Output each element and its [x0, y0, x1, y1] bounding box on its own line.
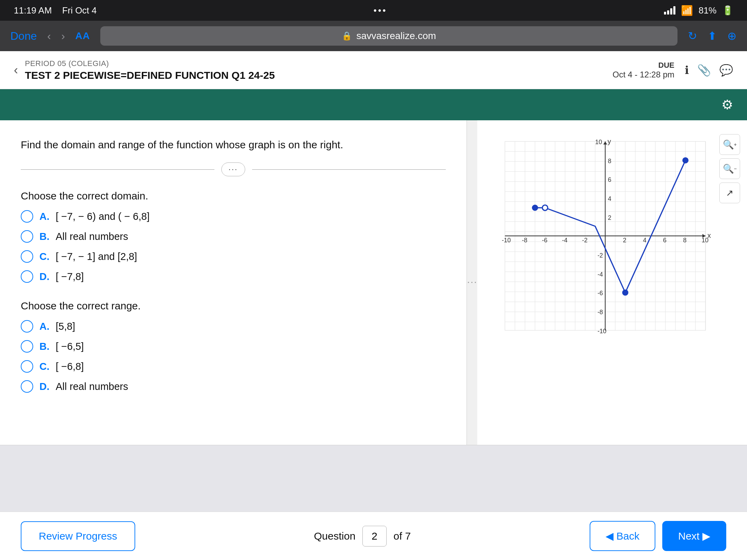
graph-container: x y -10 -8 -6 -4 -2 2 4 6 8 10 8 6 4 2 — [491, 138, 719, 338]
external-link-button[interactable]: ↗ — [719, 183, 740, 203]
range-option-d[interactable]: D. All real numbers — [21, 380, 446, 393]
svg-text:4: 4 — [608, 195, 611, 202]
svg-text:6: 6 — [663, 237, 666, 244]
attachment-button[interactable]: 📎 — [697, 64, 711, 77]
header-title-block: PERIOD 05 (COLEGIA) TEST 2 PIECEWISE=DEF… — [25, 59, 612, 81]
domain-option-c[interactable]: C. [ −7, − 1] and [2,8] — [21, 250, 446, 263]
svg-text:6: 6 — [608, 176, 611, 183]
domain-option-b[interactable]: B. All real numbers — [21, 230, 446, 243]
url-text: savvasrealize.com — [356, 30, 436, 41]
coordinate-graph: x y -10 -8 -6 -4 -2 2 4 6 8 10 8 6 4 2 — [491, 138, 719, 338]
zoom-in-button[interactable]: 🔍+ — [719, 134, 740, 155]
bookmark-button[interactable]: ⊕ — [727, 29, 737, 43]
handle-dots-icon: ⋮ — [467, 278, 478, 288]
range-option-c[interactable]: C. [ −6,8] — [21, 360, 446, 373]
domain-option-a[interactable]: A. [ −7, − 6) and ( − 6,8] — [21, 210, 446, 223]
option-letter-d-range: D. — [39, 381, 49, 392]
svg-text:-4: -4 — [598, 271, 603, 278]
due-date: Oct 4 - 12:28 pm — [612, 70, 674, 80]
right-panel: x y -10 -8 -6 -4 -2 2 4 6 8 10 8 6 4 2 — [477, 120, 747, 445]
option-text-c-range: [ −6,8] — [56, 361, 84, 372]
back-browser-button[interactable]: ‹ — [47, 30, 51, 43]
svg-text:-8: -8 — [522, 237, 527, 244]
svg-text:y: y — [608, 138, 611, 145]
radio-d-domain[interactable] — [21, 270, 33, 283]
done-button[interactable]: Done — [10, 30, 37, 43]
svg-text:8: 8 — [683, 237, 686, 244]
ellipsis-button[interactable]: ··· — [221, 162, 245, 176]
svg-text:-6: -6 — [598, 290, 603, 297]
question-label: Question — [314, 530, 356, 542]
radio-b-domain[interactable] — [21, 230, 33, 243]
option-text-a-domain: [ −7, − 6) and ( − 6,8] — [56, 211, 150, 222]
svg-text:-4: -4 — [562, 237, 568, 244]
option-text-d-range: All real numbers — [56, 381, 128, 392]
option-text-d-domain: [ −7,8] — [56, 271, 84, 282]
option-letter-b-domain: B. — [39, 231, 49, 242]
next-button[interactable]: Next ▶ — [662, 521, 726, 551]
info-button[interactable]: ℹ — [685, 64, 689, 77]
dots-indicator: ••• — [374, 5, 387, 16]
option-text-c-domain: [ −7, − 1] and [2,8] — [56, 251, 137, 262]
svg-text:-6: -6 — [542, 237, 547, 244]
bottom-spacer — [0, 445, 747, 496]
svg-text:-10: -10 — [502, 237, 511, 244]
radio-b-range[interactable] — [21, 340, 33, 353]
option-letter-b-range: B. — [39, 341, 49, 352]
forward-browser-button[interactable]: › — [61, 30, 65, 43]
question-number-input[interactable] — [362, 526, 387, 547]
option-letter-d-domain: D. — [39, 271, 49, 282]
svg-point-68 — [622, 290, 628, 296]
footer: Review Progress Question of 7 ◀ Back Nex… — [0, 512, 747, 560]
main-content: Find the domain and range of the functio… — [0, 120, 747, 445]
option-letter-a-domain: A. — [39, 211, 49, 222]
radio-d-range[interactable] — [21, 380, 33, 393]
option-text-b-range: [ −6,5] — [56, 341, 84, 352]
date-display: Fri Oct 4 — [62, 5, 97, 16]
radio-a-domain[interactable] — [21, 210, 33, 223]
zoom-out-button[interactable]: 🔍− — [719, 158, 740, 179]
svg-text:8: 8 — [608, 158, 611, 165]
domain-option-d[interactable]: D. [ −7,8] — [21, 270, 446, 283]
question-text: Find the domain and range of the functio… — [21, 138, 446, 152]
total-questions: of 7 — [394, 530, 411, 542]
header-actions: ℹ 📎 💬 — [685, 64, 733, 77]
option-text-a-range: [5,8] — [56, 321, 75, 332]
svg-text:10: 10 — [595, 139, 602, 146]
svg-text:2: 2 — [608, 214, 611, 221]
svg-point-66 — [542, 205, 548, 211]
option-letter-c-domain: C. — [39, 251, 49, 262]
settings-button[interactable]: ⚙ — [721, 97, 733, 112]
app-header: ‹ PERIOD 05 (COLEGIA) TEST 2 PIECEWISE=D… — [0, 51, 747, 89]
back-button[interactable]: ◀ Back — [590, 521, 655, 551]
range-label: Choose the correct range. — [21, 300, 446, 312]
url-bar[interactable]: 🔒 savvasrealize.com — [100, 26, 677, 46]
radio-c-range[interactable] — [21, 360, 33, 373]
question-navigation: Question of 7 — [314, 526, 411, 547]
share-button[interactable]: ⬆ — [708, 29, 717, 43]
reload-button[interactable]: ↻ — [688, 29, 697, 43]
domain-label: Choose the correct domain. — [21, 190, 446, 202]
aa-button[interactable]: AA — [75, 30, 90, 41]
lock-icon: 🔒 — [342, 31, 352, 41]
svg-point-69 — [683, 158, 688, 163]
nav-buttons: ◀ Back Next ▶ — [590, 521, 726, 551]
time-display: 11:19 AM — [14, 5, 52, 16]
svg-point-67 — [532, 205, 538, 211]
graph-tools: 🔍+ 🔍− ↗ — [719, 134, 740, 203]
range-option-a[interactable]: A. [5,8] — [21, 320, 446, 333]
review-progress-button[interactable]: Review Progress — [21, 521, 135, 551]
divider-line: ··· — [21, 162, 446, 176]
radio-c-domain[interactable] — [21, 250, 33, 263]
panel-divider[interactable]: ⋮ — [467, 120, 477, 445]
wifi-icon: 📶 — [681, 5, 693, 16]
back-arrow-icon[interactable]: ‹ — [14, 63, 18, 77]
range-option-b[interactable]: B. [ −6,5] — [21, 340, 446, 353]
assignment-title: TEST 2 PIECEWISE=DEFINED FUNCTION Q1 24-… — [25, 69, 612, 81]
due-date-block: DUE Oct 4 - 12:28 pm — [612, 61, 674, 80]
svg-text:-10: -10 — [598, 328, 607, 335]
comment-button[interactable]: 💬 — [719, 64, 733, 77]
option-text-b-domain: All real numbers — [56, 231, 128, 242]
radio-a-range[interactable] — [21, 320, 33, 333]
svg-text:4: 4 — [643, 237, 646, 244]
